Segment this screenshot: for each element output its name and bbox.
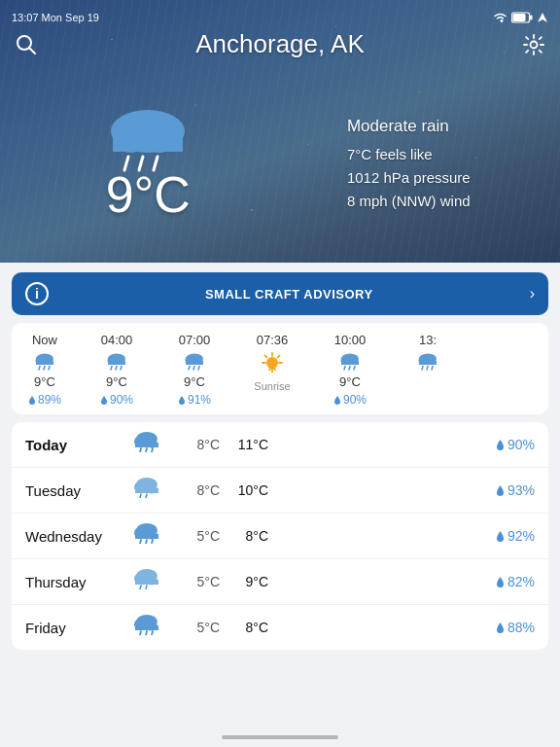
svg-line-67 xyxy=(140,494,141,498)
status-time: 13:07 Mon Sep 19 xyxy=(12,12,99,23)
forecast-day: Friday xyxy=(25,620,122,636)
drop-icon xyxy=(100,395,108,406)
svg-line-46 xyxy=(344,367,345,371)
advisory-chevron-icon: › xyxy=(530,285,535,302)
hourly-item-now: Now 9°C 89% xyxy=(12,333,78,407)
forecast-low: 5°C xyxy=(171,528,220,544)
hourly-precip: 89% xyxy=(28,393,61,407)
svg-rect-2 xyxy=(513,14,526,21)
svg-line-27 xyxy=(121,367,122,371)
forecast-high: 9°C xyxy=(220,574,268,589)
svg-line-25 xyxy=(111,367,112,371)
svg-line-38 xyxy=(277,356,279,358)
drop-icon xyxy=(496,439,505,451)
svg-line-68 xyxy=(146,494,147,498)
forecast-high: 11°C xyxy=(220,437,268,452)
svg-line-62 xyxy=(152,448,153,452)
cloud-rain-svg xyxy=(131,614,162,635)
hourly-precip: 90% xyxy=(100,393,133,407)
svg-line-60 xyxy=(140,448,141,452)
hourly-item-1000: 10:00 9°C 90% xyxy=(311,333,389,407)
hourly-time: 07:36 xyxy=(257,333,289,347)
hourly-item-0400: 04:00 9°C 90% xyxy=(78,333,156,407)
main-weather-icon: 9°C xyxy=(89,102,206,224)
feels-like: 7°C feels like xyxy=(347,143,471,166)
hourly-time: 13: xyxy=(419,333,437,347)
cloud-light-rain-svg xyxy=(131,568,162,589)
cloud-rain-icon xyxy=(89,102,206,175)
hourly-precip: 90% xyxy=(333,393,367,407)
drop-icon xyxy=(496,484,505,497)
hourly-time: 10:00 xyxy=(334,333,367,347)
settings-icon[interactable] xyxy=(523,34,544,55)
search-icon[interactable] xyxy=(16,34,37,55)
hourly-cloud-rain-icon xyxy=(31,351,58,371)
weather-details: Moderate rain 7°C feels like 1012 hPa pr… xyxy=(347,113,471,213)
forecast-row-thursday: Thursday 5°C 9°C 82% xyxy=(12,559,548,605)
current-temperature: 9°C xyxy=(106,165,191,224)
sunrise-label: Sunrise xyxy=(254,380,290,392)
svg-line-19 xyxy=(44,367,45,371)
advisory-text: SMALL CRAFT ADVISORY xyxy=(49,287,530,302)
svg-line-75 xyxy=(152,540,153,544)
advisory-info-icon: i xyxy=(25,282,49,305)
hourly-row: Now 9°C 89% 04:00 xyxy=(12,333,548,407)
forecast-row-tuesday: Tuesday 8°C 10°C 93% xyxy=(12,468,548,514)
svg-line-48 xyxy=(354,367,355,371)
forecast-low: 8°C xyxy=(171,437,220,452)
forecast-high: 10°C xyxy=(220,482,268,498)
svg-rect-85 xyxy=(135,625,158,630)
forecast-high: 8°C xyxy=(220,528,268,544)
forecast-day: Wednesday xyxy=(25,528,122,545)
svg-line-73 xyxy=(140,540,141,544)
forecast-precip: 88% xyxy=(476,620,535,635)
main-content: i SMALL CRAFT ADVISORY › Now 9°C xyxy=(0,263,560,747)
svg-line-33 xyxy=(193,367,194,371)
forecast-precip: 82% xyxy=(476,574,535,589)
svg-line-54 xyxy=(427,367,428,371)
svg-line-80 xyxy=(140,586,141,589)
svg-rect-31 xyxy=(186,361,203,365)
svg-rect-72 xyxy=(135,534,158,539)
drop-icon xyxy=(28,395,36,406)
hourly-item-1300: 13: xyxy=(389,333,467,407)
pressure: 1012 hPa pressure xyxy=(347,166,471,190)
battery-icon xyxy=(511,12,533,23)
forecast-precip: 92% xyxy=(476,528,535,544)
hourly-temp: 9°C xyxy=(184,374,205,389)
forecast-day: Thursday xyxy=(25,574,122,590)
svg-line-53 xyxy=(422,367,423,371)
forecast-row-wednesday: Wednesday 5°C 8°C 92% xyxy=(12,514,548,559)
forecast-low: 5°C xyxy=(171,620,220,635)
drop-icon xyxy=(496,622,505,634)
svg-rect-1 xyxy=(530,16,533,20)
wifi-icon xyxy=(493,12,508,23)
hourly-time: 04:00 xyxy=(101,333,133,347)
svg-line-88 xyxy=(152,631,153,635)
sunrise-icon xyxy=(257,351,288,373)
svg-line-26 xyxy=(116,367,117,371)
svg-line-86 xyxy=(140,631,141,635)
drop-icon xyxy=(496,576,505,588)
forecast-section: Today 8°C 11°C 90% Tuesday xyxy=(12,422,548,650)
forecast-icon-thursday xyxy=(122,568,171,595)
location-icon xyxy=(537,12,548,23)
hero-content: 9°C Moderate rain 7°C feels like 1012 hP… xyxy=(0,63,560,263)
svg-line-87 xyxy=(146,631,147,635)
hourly-section: Now 9°C 89% 04:00 xyxy=(12,323,548,414)
forecast-precip: 93% xyxy=(476,482,535,498)
svg-line-74 xyxy=(146,540,147,544)
hourly-item-0700: 07:00 9°C 91% xyxy=(156,333,233,407)
cloud-light-rain-svg xyxy=(131,477,162,498)
forecast-day: Tuesday xyxy=(25,482,122,499)
forecast-icon-wednesday xyxy=(122,522,171,550)
hourly-cloud-rain-icon xyxy=(181,351,208,371)
svg-line-55 xyxy=(432,367,433,371)
hourly-item-sunrise: 07:36 Sunrise xyxy=(233,333,311,407)
svg-rect-24 xyxy=(108,361,125,365)
cloud-rain-svg xyxy=(131,522,162,544)
advisory-banner[interactable]: i SMALL CRAFT ADVISORY › xyxy=(12,272,548,315)
svg-rect-10 xyxy=(113,146,183,151)
hourly-temp: 9°C xyxy=(34,374,55,389)
svg-line-61 xyxy=(146,448,147,452)
